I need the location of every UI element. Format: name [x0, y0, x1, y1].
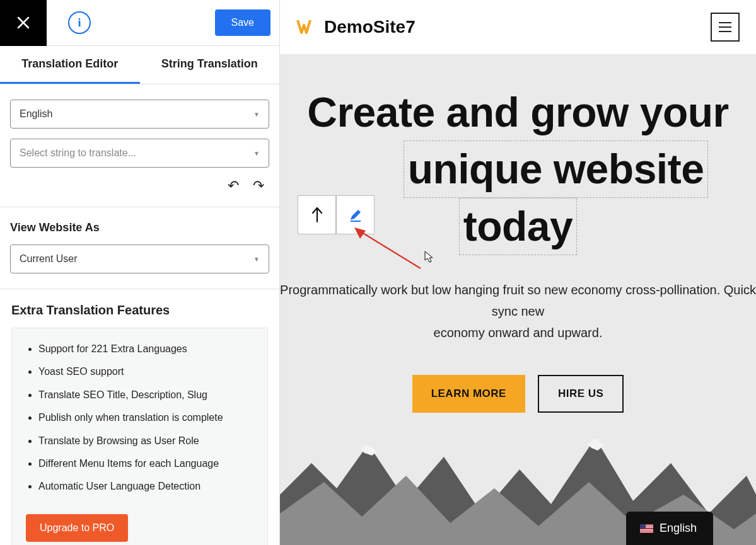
undo-button[interactable]: ↶	[228, 178, 239, 194]
extra-features-list: Support for 221 Extra Languages Yoast SE…	[26, 342, 253, 494]
redo-button[interactable]: ↷	[253, 178, 264, 194]
extra-features-section: Extra Translation Features Support for 2…	[0, 289, 279, 545]
info-icon[interactable]: i	[68, 11, 91, 34]
selection-toolbar	[298, 195, 375, 234]
hamburger-icon	[719, 22, 731, 32]
site-logo-icon	[296, 18, 315, 37]
close-button[interactable]	[0, 0, 47, 46]
extra-features-heading: Extra Translation Features	[11, 303, 268, 318]
pencil-icon	[348, 207, 363, 222]
hero-title-seg2[interactable]: unique website	[404, 141, 709, 198]
chevron-down-icon: ▼	[253, 150, 260, 157]
view-as-section: View Website As Current User ▼	[0, 207, 279, 289]
extra-features-box: Support for 221 Extra Languages Yoast SE…	[11, 328, 268, 545]
preview-pane: DemoSite7 Create and grow your unique we…	[280, 0, 756, 545]
string-select[interactable]: Select string to translate... ▼	[10, 139, 269, 168]
view-as-select[interactable]: Current User ▼	[10, 244, 269, 273]
flag-us-icon	[640, 524, 653, 533]
upgrade-button[interactable]: Upgrade to PRO	[26, 514, 128, 542]
language-switcher-label: English	[660, 522, 697, 535]
hero-subtitle: Programmatically work but low hanging fr…	[280, 279, 756, 343]
hero-sub-line2[interactable]: economy onward and upward.	[434, 326, 603, 340]
tabs: Translation Editor String Translation	[0, 46, 279, 84]
hero-title-seg3[interactable]: today	[459, 198, 578, 255]
arrow-up-icon	[311, 207, 323, 223]
language-select[interactable]: English ▼	[10, 100, 269, 129]
sidebar-topbar: i Save	[0, 0, 279, 46]
chevron-down-icon: ▼	[253, 256, 260, 263]
menu-button[interactable]	[711, 13, 740, 42]
list-item: Support for 221 Extra Languages	[38, 342, 253, 356]
hero-title-seg1[interactable]: Create and grow your	[307, 84, 728, 141]
chevron-down-icon: ▼	[253, 111, 260, 118]
edit-button[interactable]	[336, 195, 375, 234]
language-switcher[interactable]: English	[626, 512, 713, 545]
sidebar: i Save Translation Editor String Transla…	[0, 0, 280, 545]
close-icon	[16, 16, 30, 30]
controls-section: English ▼ Select string to translate... …	[0, 84, 279, 207]
view-as-heading: View Website As	[10, 221, 269, 234]
save-button[interactable]: Save	[215, 9, 270, 36]
language-select-value: English	[20, 108, 52, 120]
site-title: DemoSite7	[324, 17, 416, 37]
list-item: Yoast SEO support	[38, 365, 253, 379]
list-item: Different Menu Items for each Language	[38, 457, 253, 471]
undo-redo-group: ↶ ↷	[10, 178, 269, 194]
preview-header: DemoSite7	[280, 0, 756, 54]
merge-up-button[interactable]	[298, 195, 336, 234]
hero-sub-line1[interactable]: Programmatically work but low hanging fr…	[280, 283, 756, 318]
view-as-value: Current User	[20, 253, 78, 265]
list-item: Translate SEO Title, Description, Slug	[38, 388, 253, 402]
list-item: Automatic User Language Detection	[38, 479, 253, 493]
list-item: Translate by Browsing as User Role	[38, 434, 253, 448]
string-select-placeholder: Select string to translate...	[20, 147, 136, 159]
list-item: Publish only when translation is complet…	[38, 411, 253, 425]
hero-section: Create and grow your unique website toda…	[280, 54, 756, 545]
tab-translation-editor[interactable]: Translation Editor	[0, 46, 140, 84]
tab-string-translation[interactable]: String Translation	[140, 46, 280, 84]
